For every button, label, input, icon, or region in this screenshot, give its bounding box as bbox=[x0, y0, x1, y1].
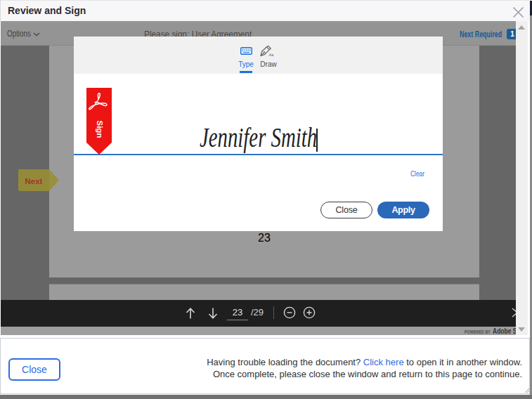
svg-text:Next: Next bbox=[25, 177, 43, 185]
svg-text:Aa: Aa bbox=[268, 53, 274, 57]
svg-text:Sign: Sign bbox=[96, 121, 104, 138]
